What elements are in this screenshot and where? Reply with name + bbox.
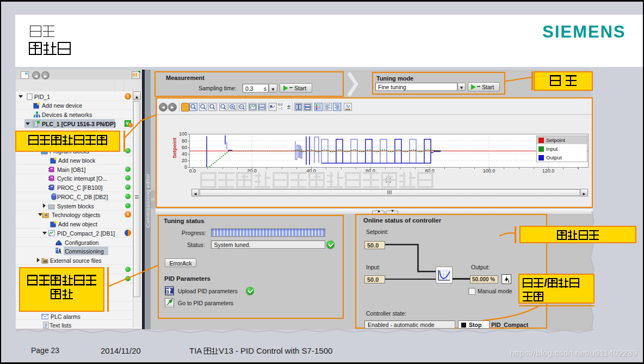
- svg-text:1: 1: [507, 279, 510, 283]
- svg-text:101: 101: [44, 261, 48, 263]
